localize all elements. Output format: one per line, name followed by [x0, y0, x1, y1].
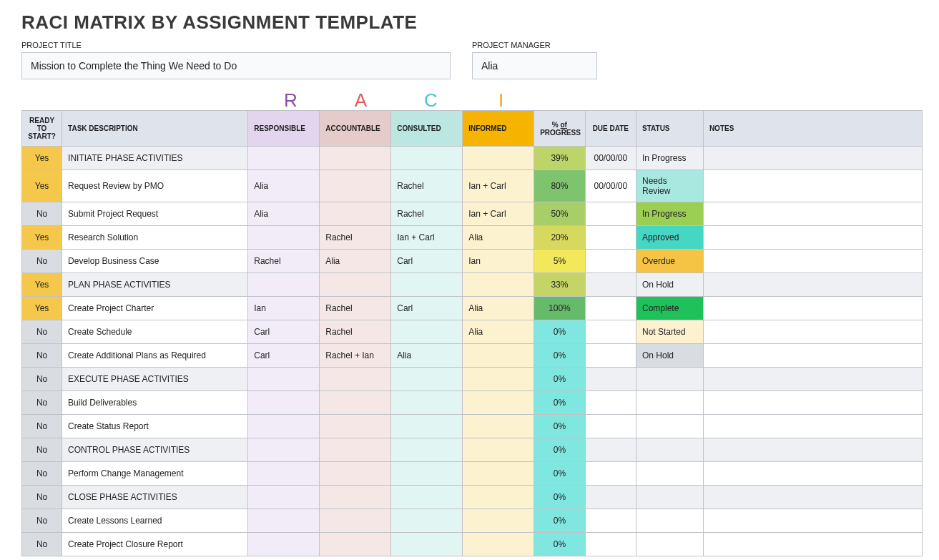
cell-status[interactable]: Approved — [636, 226, 704, 250]
cell-task-description[interactable]: Build Deliverables — [62, 391, 248, 415]
cell-due-date[interactable] — [585, 297, 636, 320]
cell-consulted[interactable]: Carl — [391, 250, 463, 273]
cell-progress[interactable]: 0% — [534, 462, 585, 486]
cell-accountable[interactable]: Rachel — [320, 320, 391, 344]
cell-consulted[interactable]: Ian + Carl — [391, 226, 463, 250]
cell-progress[interactable]: 5% — [534, 250, 585, 273]
cell-notes[interactable] — [703, 533, 922, 556]
cell-task-description[interactable]: Create Project Charter — [62, 297, 248, 320]
cell-task-description[interactable]: Research Solution — [62, 226, 248, 250]
cell-notes[interactable] — [703, 226, 922, 250]
cell-consulted[interactable]: Carl — [391, 297, 463, 320]
cell-responsible[interactable] — [248, 533, 320, 556]
cell-notes[interactable] — [703, 344, 922, 368]
cell-due-date[interactable] — [585, 509, 636, 533]
project-title-value[interactable]: Mission to Complete the Thing We Need to… — [21, 52, 451, 79]
cell-accountable[interactable] — [320, 273, 391, 297]
cell-informed[interactable]: Alia — [463, 297, 534, 320]
cell-informed[interactable] — [463, 273, 534, 297]
cell-ready[interactable]: No — [22, 462, 62, 486]
cell-due-date[interactable] — [585, 202, 636, 226]
cell-responsible[interactable]: Alia — [248, 202, 320, 226]
cell-informed[interactable]: Ian + Carl — [463, 170, 534, 202]
cell-accountable[interactable] — [320, 415, 391, 438]
cell-progress[interactable]: 0% — [534, 391, 585, 415]
cell-progress[interactable]: 80% — [534, 170, 585, 202]
cell-status[interactable] — [636, 415, 704, 438]
cell-consulted[interactable]: Alia — [391, 344, 463, 368]
cell-status[interactable]: On Hold — [636, 273, 704, 297]
cell-due-date[interactable] — [585, 250, 636, 273]
cell-task-description[interactable]: PLAN PHASE ACTIVITIES — [62, 273, 248, 297]
cell-notes[interactable] — [703, 368, 922, 391]
cell-responsible[interactable] — [248, 391, 320, 415]
cell-consulted[interactable] — [391, 320, 463, 344]
cell-responsible[interactable] — [248, 462, 320, 486]
cell-ready[interactable]: Yes — [22, 170, 62, 202]
cell-informed[interactable]: Ian + Carl — [463, 202, 534, 226]
cell-accountable[interactable]: Rachel — [320, 297, 391, 320]
cell-responsible[interactable] — [248, 273, 320, 297]
cell-ready[interactable]: No — [22, 344, 62, 368]
cell-progress[interactable]: 20% — [534, 226, 585, 250]
cell-status[interactable] — [636, 391, 704, 415]
cell-responsible[interactable]: Carl — [248, 344, 320, 368]
cell-informed[interactable] — [463, 415, 534, 438]
cell-notes[interactable] — [703, 438, 922, 462]
cell-accountable[interactable] — [320, 509, 391, 533]
cell-status[interactable]: In Progress — [636, 202, 704, 226]
project-manager-value[interactable]: Alia — [472, 52, 597, 79]
cell-due-date[interactable] — [585, 462, 636, 486]
cell-due-date[interactable] — [585, 415, 636, 438]
cell-consulted[interactable] — [391, 438, 463, 462]
cell-status[interactable]: Complete — [636, 297, 704, 320]
cell-notes[interactable] — [703, 170, 922, 202]
cell-progress[interactable]: 100% — [534, 297, 585, 320]
cell-accountable[interactable] — [320, 147, 391, 170]
cell-consulted[interactable] — [391, 391, 463, 415]
cell-task-description[interactable]: Create Lessons Learned — [62, 509, 248, 533]
cell-progress[interactable]: 0% — [534, 344, 585, 368]
cell-due-date[interactable] — [585, 226, 636, 250]
cell-status[interactable] — [636, 438, 704, 462]
cell-status[interactable] — [636, 533, 704, 556]
cell-informed[interactable]: Alia — [463, 226, 534, 250]
cell-due-date[interactable] — [585, 273, 636, 297]
cell-responsible[interactable] — [248, 226, 320, 250]
cell-notes[interactable] — [703, 486, 922, 509]
cell-responsible[interactable]: Carl — [248, 320, 320, 344]
cell-consulted[interactable] — [391, 533, 463, 556]
cell-ready[interactable]: No — [22, 250, 62, 273]
cell-consulted[interactable] — [391, 486, 463, 509]
cell-due-date[interactable] — [585, 344, 636, 368]
cell-due-date[interactable] — [585, 438, 636, 462]
cell-task-description[interactable]: Submit Project Request — [62, 202, 248, 226]
cell-responsible[interactable] — [248, 368, 320, 391]
cell-task-description[interactable]: Create Status Report — [62, 415, 248, 438]
cell-status[interactable] — [636, 486, 704, 509]
cell-task-description[interactable]: CLOSE PHASE ACTIVITIES — [62, 486, 248, 509]
cell-consulted[interactable] — [391, 462, 463, 486]
cell-notes[interactable] — [703, 250, 922, 273]
cell-responsible[interactable]: Rachel — [248, 250, 320, 273]
cell-informed[interactable] — [463, 438, 534, 462]
cell-notes[interactable] — [703, 147, 922, 170]
cell-accountable[interactable] — [320, 202, 391, 226]
cell-status[interactable] — [636, 509, 704, 533]
cell-status[interactable] — [636, 462, 704, 486]
cell-status[interactable]: Overdue — [636, 250, 704, 273]
cell-due-date[interactable] — [585, 486, 636, 509]
cell-ready[interactable]: No — [22, 391, 62, 415]
cell-accountable[interactable]: Rachel — [320, 226, 391, 250]
cell-responsible[interactable] — [248, 147, 320, 170]
cell-status[interactable]: In Progress — [636, 147, 704, 170]
cell-due-date[interactable]: 00/00/00 — [585, 170, 636, 202]
cell-accountable[interactable] — [320, 486, 391, 509]
cell-progress[interactable]: 0% — [534, 415, 585, 438]
cell-due-date[interactable] — [585, 368, 636, 391]
cell-ready[interactable]: No — [22, 202, 62, 226]
cell-ready[interactable]: Yes — [22, 226, 62, 250]
cell-progress[interactable]: 0% — [534, 320, 585, 344]
cell-responsible[interactable] — [248, 415, 320, 438]
cell-accountable[interactable] — [320, 462, 391, 486]
